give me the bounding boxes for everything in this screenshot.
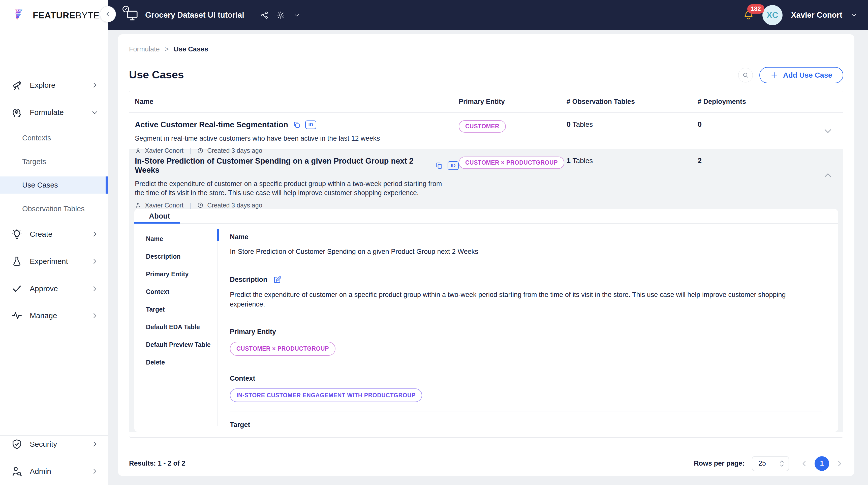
tab-about[interactable]: About bbox=[149, 212, 170, 220]
chevron-right-icon bbox=[91, 441, 98, 448]
sidebar-item-targets[interactable]: Targets bbox=[0, 153, 108, 170]
sidebar-item-label: Approve bbox=[30, 284, 58, 293]
edit-pencil-icon[interactable] bbox=[273, 275, 281, 284]
observation-tables-count: 0 bbox=[566, 120, 570, 128]
next-page-icon[interactable] bbox=[836, 460, 843, 467]
pagination: 1 bbox=[801, 456, 843, 471]
add-use-case-button[interactable]: Add Use Case bbox=[760, 67, 843, 83]
created-date: Created 3 days ago bbox=[207, 202, 262, 209]
use-case-description: Predict the expenditure of customer on a… bbox=[135, 179, 450, 198]
section-heading: Primary Entity bbox=[230, 328, 822, 336]
table-row[interactable]: Active Customer Real-time Segmentation I… bbox=[129, 113, 843, 149]
section-heading: Name bbox=[230, 233, 822, 241]
chevron-down-icon bbox=[91, 109, 98, 116]
chevron-right-icon bbox=[91, 285, 98, 292]
avatar[interactable]: XC bbox=[763, 5, 782, 25]
name-value: In-Store Prediction of Customer Spending… bbox=[230, 247, 822, 256]
search-button[interactable] bbox=[738, 68, 753, 83]
id-icon[interactable]: ID bbox=[447, 161, 459, 170]
context-badge: IN-STORE CUSTOMER ENGAGEMENT WITH PRODUC… bbox=[230, 389, 422, 402]
sidebar-item-label: Experiment bbox=[30, 257, 68, 266]
primary-entity-badge: CUSTOMER × PRODUCTGROUP bbox=[230, 342, 336, 356]
collapse-chevron-up-icon[interactable] bbox=[823, 171, 833, 181]
copy-icon[interactable] bbox=[292, 121, 301, 129]
active-tab-indicator bbox=[134, 222, 180, 223]
lightbulb-icon bbox=[11, 229, 23, 240]
scrollspy-track bbox=[217, 229, 218, 426]
nav-item-name[interactable]: Name bbox=[146, 235, 217, 243]
chevron-down-icon[interactable] bbox=[293, 12, 300, 18]
deployments-count: 0 bbox=[698, 120, 702, 128]
sidebar-item-contexts[interactable]: Contexts bbox=[0, 129, 108, 147]
sidebar-item-use-cases[interactable]: Use Cases bbox=[0, 177, 108, 193]
project-title[interactable]: Grocery Dataset UI tutorial bbox=[145, 10, 244, 20]
telescope-icon bbox=[11, 80, 23, 91]
table-row[interactable]: In-Store Prediction of Customer Spending… bbox=[129, 149, 843, 202]
nav-item-default-preview-table[interactable]: Default Preview Table bbox=[146, 341, 217, 348]
chevron-right-icon bbox=[91, 312, 98, 319]
column-header-primary-entity: Primary Entity bbox=[459, 98, 566, 105]
nav-item-target[interactable]: Target bbox=[146, 306, 217, 313]
nav-item-description[interactable]: Description bbox=[146, 253, 217, 260]
sidebar-item-create[interactable]: Create bbox=[0, 224, 108, 244]
page-actions: Add Use Case bbox=[738, 67, 843, 83]
use-case-name[interactable]: Active Customer Real-time Segmentation bbox=[135, 120, 288, 129]
copy-icon[interactable] bbox=[435, 161, 443, 170]
notifications-bell-icon[interactable]: 182 bbox=[743, 10, 754, 21]
gear-icon[interactable] bbox=[277, 11, 285, 20]
use-case-name[interactable]: In-Store Prediction of Customer Spending… bbox=[135, 156, 431, 175]
monitor-icon bbox=[126, 9, 138, 22]
sidebar-item-explore[interactable]: Explore bbox=[0, 75, 108, 95]
use-case-detail-card: About Name Description Primary Entity Co… bbox=[134, 209, 838, 432]
main-panel: Formulate > Use Cases Use Cases Add Use … bbox=[118, 34, 855, 476]
results-count: Results: 1 - 2 of 2 bbox=[129, 459, 186, 467]
user-name[interactable]: Xavier Conort bbox=[791, 10, 842, 20]
nav-item-delete[interactable]: Delete bbox=[146, 359, 217, 366]
primary-entity-badge: CUSTOMER bbox=[459, 120, 506, 132]
deployments-count: 2 bbox=[698, 156, 702, 164]
check-icon bbox=[11, 283, 23, 295]
breadcrumb-formulate[interactable]: Formulate bbox=[129, 46, 160, 53]
sidebar-item-manage[interactable]: Manage bbox=[0, 306, 108, 325]
nav-item-default-eda-table[interactable]: Default EDA Table bbox=[146, 324, 217, 331]
sidebar-item-label: Admin bbox=[30, 467, 51, 476]
page-number-button[interactable]: 1 bbox=[814, 456, 829, 471]
search-icon bbox=[742, 71, 749, 79]
nav-item-primary-entity[interactable]: Primary Entity bbox=[146, 271, 217, 278]
id-icon[interactable]: ID bbox=[305, 121, 316, 129]
clock-icon bbox=[197, 202, 204, 209]
column-header-deployments: # Deployments bbox=[698, 98, 804, 105]
section-primary-entity: Primary Entity CUSTOMER × PRODUCTGROUP bbox=[230, 319, 822, 365]
author: Xavier Conort bbox=[145, 202, 184, 209]
sidebar-item-label: Manage bbox=[30, 311, 57, 320]
user-search-icon bbox=[11, 465, 23, 477]
sidebar-collapse-button[interactable] bbox=[100, 6, 116, 22]
nav-item-context[interactable]: Context bbox=[146, 288, 217, 296]
sidebar-item-approve[interactable]: Approve bbox=[0, 279, 108, 298]
activity-icon bbox=[11, 310, 23, 322]
chevron-right-icon bbox=[91, 231, 98, 238]
section-name: Name In-Store Prediction of Customer Spe… bbox=[230, 223, 822, 266]
stepper-icon[interactable] bbox=[779, 460, 784, 467]
detail-tabbar: About bbox=[134, 209, 838, 223]
topbar-divider bbox=[313, 0, 313, 30]
sidebar-item-experiment[interactable]: Experiment bbox=[0, 252, 108, 271]
chevron-left-icon bbox=[104, 11, 111, 18]
sidebar-item-label: Create bbox=[30, 230, 53, 239]
description-value: Predict the expenditure of customer on a… bbox=[230, 290, 822, 309]
page-title: Use Cases bbox=[129, 68, 184, 81]
sidebar-item-observation-tables[interactable]: Observation Tables bbox=[0, 200, 108, 217]
share-icon[interactable] bbox=[260, 11, 269, 20]
sidebar-item-security[interactable]: Security bbox=[0, 434, 108, 454]
rows-per-page-select[interactable]: 25 bbox=[752, 456, 789, 471]
use-cases-table: Name Primary Entity # Observation Tables… bbox=[129, 91, 843, 437]
primary-entity-badge: CUSTOMER × PRODUCTGROUP bbox=[459, 156, 564, 169]
sidebar-item-formulate[interactable]: Formulate bbox=[0, 103, 108, 122]
expand-chevron-down-icon[interactable] bbox=[823, 126, 833, 136]
person-icon bbox=[135, 202, 142, 209]
notification-count-badge[interactable]: 182 bbox=[747, 4, 765, 13]
sidebar-item-admin[interactable]: Admin bbox=[0, 462, 108, 481]
chevron-down-icon[interactable] bbox=[851, 12, 857, 18]
previous-page-icon[interactable] bbox=[801, 460, 808, 467]
featurebyte-logo: FEATUREBYTE bbox=[13, 7, 99, 23]
